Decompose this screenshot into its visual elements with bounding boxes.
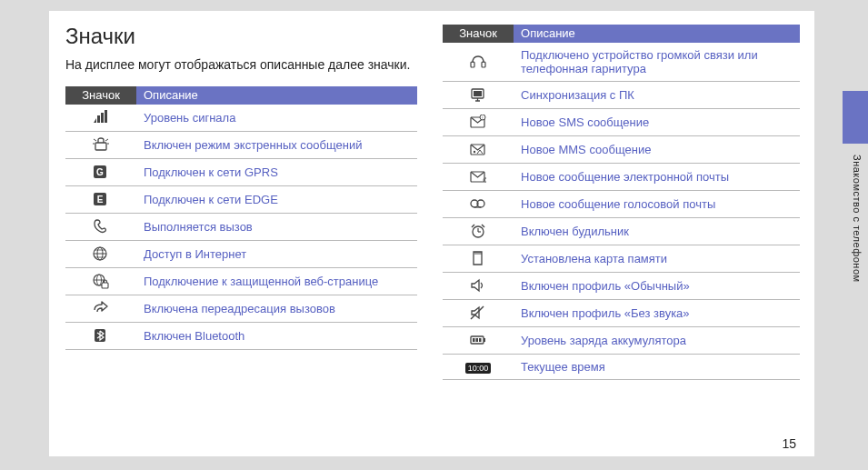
icon-cell bbox=[443, 108, 514, 135]
icon-cell bbox=[443, 163, 514, 190]
desc-cell: Включена переадресация вызовов bbox=[136, 295, 417, 322]
th-icon: Значок bbox=[65, 86, 136, 105]
section-label: Знакомство с телефоном bbox=[852, 155, 863, 283]
page-number: 15 bbox=[782, 436, 796, 451]
table-row: Включен режим экстренных сообщений bbox=[65, 131, 417, 158]
icon-cell bbox=[443, 190, 514, 217]
bluetooth-icon bbox=[93, 328, 109, 344]
table-row: Включен Bluetooth bbox=[65, 322, 417, 349]
sms-icon bbox=[470, 115, 486, 130]
desc-cell: Уровень сигнала bbox=[136, 105, 417, 132]
desc-cell: Выполняется вызов bbox=[136, 213, 417, 240]
table-row: Уровень сигнала bbox=[65, 105, 417, 132]
table-row: Новое SMS сообщение bbox=[443, 108, 800, 135]
table-row: Выполняется вызов bbox=[65, 213, 417, 240]
gprs-icon bbox=[93, 165, 109, 180]
table-row: Подключено устройство громкой связи или … bbox=[443, 43, 800, 82]
icon-cell bbox=[65, 158, 136, 185]
desc-cell: Доступ в Интернет bbox=[136, 240, 417, 267]
table-row: Включен профиль «Обычный» bbox=[443, 272, 800, 299]
icon-cell bbox=[65, 295, 136, 322]
desc-cell: Включен Bluetooth bbox=[136, 322, 417, 349]
icon-cell bbox=[443, 245, 514, 272]
desc-cell: Подключено устройство громкой связи или … bbox=[514, 43, 800, 82]
manual-page: Значки На дисплее могут отображаться опи… bbox=[49, 11, 814, 456]
table-row: Уровень заряда аккумулятора bbox=[443, 326, 800, 354]
desc-cell: Включен профиль «Обычный» bbox=[514, 272, 800, 299]
icon-cell bbox=[443, 81, 514, 108]
table-row: Новое сообщение электронной почты bbox=[443, 163, 800, 190]
icon-cell bbox=[443, 43, 514, 82]
icon-cell bbox=[65, 267, 136, 295]
icon-cell bbox=[443, 326, 514, 354]
icon-cell bbox=[65, 213, 136, 240]
icon-cell bbox=[65, 185, 136, 213]
desc-cell: Новое SMS сообщение bbox=[514, 108, 800, 135]
icons-table-left: Значок Описание Уровень сигнала Включен … bbox=[65, 86, 417, 350]
handsfree-icon bbox=[470, 54, 486, 69]
icon-cell bbox=[65, 322, 136, 349]
edge-icon bbox=[93, 192, 109, 207]
desc-cell: Подключение к защищенной веб-странице bbox=[136, 267, 417, 295]
icon-cell bbox=[443, 299, 514, 326]
table-row: Включен будильник bbox=[443, 217, 800, 245]
voicemail-icon bbox=[470, 196, 486, 212]
table-row: Установлена карта памяти bbox=[443, 245, 800, 272]
globe-icon bbox=[93, 246, 109, 262]
email-icon bbox=[470, 169, 486, 185]
icon-cell bbox=[443, 135, 514, 163]
columns-wrapper: Значок Описание Уровень сигнала Включен … bbox=[65, 86, 800, 380]
desc-cell: Подключен к сети EDGE bbox=[136, 185, 417, 213]
speaker-icon bbox=[470, 278, 486, 294]
icon-cell bbox=[65, 131, 136, 158]
alarm-icon bbox=[470, 224, 486, 239]
desc-cell: Включен профиль «Без звука» bbox=[514, 299, 800, 326]
icons-table-right: Значок Описание Подключено устройство гр… bbox=[443, 25, 800, 380]
th-desc: Описание bbox=[514, 25, 800, 43]
mms-icon bbox=[470, 142, 486, 157]
icon-cell bbox=[443, 217, 514, 245]
icon-cell: 10:00 bbox=[443, 354, 514, 379]
table-row: Подключен к сети GPRS bbox=[65, 158, 417, 185]
table-row: Новое MMS сообщение bbox=[443, 135, 800, 163]
right-column: Значок Описание Подключено устройство гр… bbox=[443, 25, 800, 380]
memory-card-icon bbox=[470, 251, 486, 266]
table-row: Подключен к сети EDGE bbox=[65, 185, 417, 213]
forward-icon bbox=[93, 301, 109, 316]
icon-cell bbox=[65, 240, 136, 267]
sos-icon bbox=[93, 137, 109, 153]
desc-cell: Уровень заряда аккумулятора bbox=[514, 326, 800, 354]
mute-icon bbox=[470, 305, 486, 321]
desc-cell: Установлена карта памяти bbox=[514, 245, 800, 272]
table-row: Доступ в Интернет bbox=[65, 240, 417, 267]
desc-cell: Новое сообщение электронной почты bbox=[514, 163, 800, 190]
section-tab bbox=[843, 91, 868, 144]
clock-icon: 10:00 bbox=[465, 363, 492, 374]
battery-icon bbox=[470, 333, 486, 348]
pc-sync-icon bbox=[470, 87, 486, 103]
table-row: Новое сообщение голосовой почты bbox=[443, 190, 800, 217]
desc-cell: Новое MMS сообщение bbox=[514, 135, 800, 163]
page-subtitle: На дисплее могут отображаться описанные … bbox=[65, 56, 429, 74]
left-column: Значок Описание Уровень сигнала Включен … bbox=[65, 86, 417, 380]
secure-web-icon bbox=[93, 274, 109, 289]
table-row: Включена переадресация вызовов bbox=[65, 295, 417, 322]
desc-cell: Новое сообщение голосовой почты bbox=[514, 190, 800, 217]
th-desc: Описание bbox=[136, 86, 417, 105]
desc-cell: Включен режим экстренных сообщений bbox=[136, 131, 417, 158]
desc-cell: Включен будильник bbox=[514, 217, 800, 245]
table-row: Подключение к защищенной веб-странице bbox=[65, 267, 417, 295]
table-row: Включен профиль «Без звука» bbox=[443, 299, 800, 326]
icon-cell bbox=[443, 272, 514, 299]
th-icon: Значок bbox=[443, 25, 514, 43]
desc-cell: Текущее время bbox=[514, 354, 800, 379]
signal-icon bbox=[93, 110, 109, 125]
icon-cell bbox=[65, 105, 136, 132]
desc-cell: Синхронизация с ПК bbox=[514, 81, 800, 108]
desc-cell: Подключен к сети GPRS bbox=[136, 158, 417, 185]
call-icon bbox=[93, 219, 109, 235]
table-row: 10:00 Текущее время bbox=[443, 354, 800, 379]
table-row: Синхронизация с ПК bbox=[443, 81, 800, 108]
